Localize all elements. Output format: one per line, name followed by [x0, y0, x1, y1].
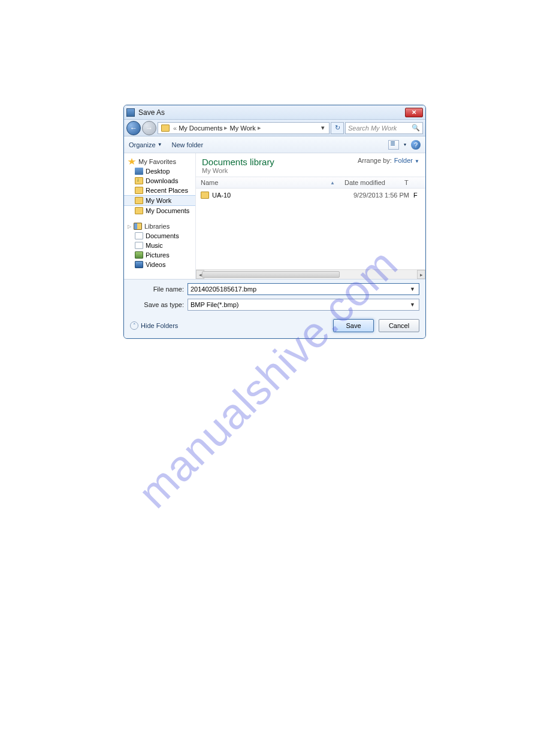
arrange-by-dropdown[interactable]: Folder ▼: [394, 157, 419, 164]
breadcrumb-part[interactable]: My Documents: [179, 125, 222, 132]
videos-icon: [135, 261, 143, 268]
sidebar-item-videos[interactable]: Videos: [124, 260, 195, 269]
breadcrumb[interactable]: « My Documents ▸ My Work ▸ ▾: [158, 122, 330, 134]
folder-icon: [161, 125, 170, 132]
column-headers: Name ▲ Date modified T: [196, 177, 425, 189]
filename-input[interactable]: 20140205185617.bmp ▼: [188, 283, 419, 295]
sidebar-item-recent-places[interactable]: Recent Places: [124, 186, 195, 195]
cancel-button[interactable]: Cancel: [379, 319, 419, 332]
filename-value: 20140205185617.bmp: [191, 286, 256, 293]
sidebar-item-pictures[interactable]: Pictures: [124, 250, 195, 260]
scroll-right-button[interactable]: ▸: [417, 270, 425, 279]
column-type[interactable]: T: [400, 177, 413, 188]
scroll-thumb[interactable]: [202, 271, 340, 278]
folder-icon: [135, 197, 143, 204]
file-list-panel: Documents library My Work Arrange by: Fo…: [196, 153, 425, 279]
sidebar-group-label: Libraries: [144, 223, 170, 230]
arrange-by-value: Folder: [394, 157, 413, 164]
sidebar-item-downloads[interactable]: Downloads: [124, 176, 195, 186]
file-date: 9/29/2013 1:56 PM: [353, 192, 413, 199]
navbar: ← → « My Documents ▸ My Work ▸ ▾ ↻ Searc…: [124, 120, 425, 136]
chevron-right-icon: ▸: [256, 124, 263, 132]
sidebar-item-label: Music: [146, 242, 163, 249]
document-icon: [135, 232, 143, 239]
column-date[interactable]: Date modified: [340, 177, 400, 188]
breadcrumb-part[interactable]: My Work: [229, 125, 255, 132]
search-placeholder: Search My Work: [348, 125, 397, 132]
sidebar-item-label: Documents: [146, 232, 179, 239]
toolbar: Organize ▼ New folder ▾ ?: [124, 136, 425, 153]
sidebar-item-documents[interactable]: Documents: [124, 231, 195, 241]
star-icon: [128, 158, 136, 165]
sidebar: My Favorites Desktop Downloads Recent Pl…: [124, 153, 196, 279]
nav-forward-button[interactable]: →: [142, 121, 156, 135]
breadcrumb-dropdown[interactable]: ▾: [318, 124, 328, 132]
save-as-dialog: Save As ✕ ← → « My Documents ▸ My Work ▸…: [123, 105, 426, 339]
file-type-initial: F: [413, 192, 418, 199]
horizontal-scrollbar[interactable]: ◂ ▸: [196, 269, 425, 279]
nav-back-button[interactable]: ←: [126, 121, 141, 135]
column-label: Name: [201, 179, 218, 186]
library-subtitle: My Work: [202, 167, 274, 174]
dialog-footer: ˄ Hide Folders Save Cancel: [124, 315, 425, 338]
chevron-down-icon: ▼: [158, 142, 162, 147]
sidebar-item-label: Recent Places: [146, 187, 188, 194]
recent-icon: [135, 187, 143, 194]
sidebar-group-label: My Favorites: [138, 158, 176, 165]
dialog-body: My Favorites Desktop Downloads Recent Pl…: [124, 153, 425, 279]
downloads-icon: [135, 177, 143, 184]
help-button[interactable]: ?: [411, 140, 421, 150]
search-input[interactable]: Search My Work 🔍: [345, 122, 423, 134]
libraries-icon: [134, 223, 142, 230]
sidebar-favorites-header[interactable]: My Favorites: [124, 157, 195, 166]
sort-indicator-icon: ▲: [330, 180, 335, 186]
sidebar-item-label: Downloads: [146, 177, 178, 184]
savetype-label: Save as type:: [130, 301, 184, 308]
file-rows: UA-10 9/29/2013 1:56 PM F: [196, 189, 425, 269]
file-name: UA-10: [212, 192, 353, 199]
pictures-icon: [135, 251, 143, 259]
savetype-value: BMP File(*.bmp): [191, 301, 238, 308]
filename-label: File name:: [130, 286, 184, 293]
chevron-down-icon: ▼: [415, 159, 419, 164]
sidebar-libraries-header[interactable]: ▷ Libraries: [124, 221, 195, 231]
sidebar-item-label: My Work: [146, 197, 171, 204]
music-icon: [135, 242, 143, 249]
savetype-dropdown[interactable]: BMP File(*.bmp) ▼: [188, 299, 419, 311]
app-icon: [126, 108, 135, 117]
sidebar-item-label: Videos: [146, 261, 165, 268]
close-button[interactable]: ✕: [405, 108, 423, 117]
library-header: Documents library My Work Arrange by: Fo…: [196, 153, 425, 177]
column-name[interactable]: Name ▲: [196, 177, 340, 188]
sidebar-item-desktop[interactable]: Desktop: [124, 166, 195, 176]
window-title: Save As: [138, 108, 165, 117]
sidebar-item-my-work[interactable]: My Work: [124, 195, 195, 206]
chevron-down-icon: ▷: [128, 224, 131, 229]
sidebar-item-label: Pictures: [146, 251, 170, 259]
arrange-by-label: Arrange by:: [358, 157, 392, 164]
view-options-button[interactable]: [388, 140, 399, 150]
organize-label: Organize: [129, 141, 156, 148]
library-title: Documents library: [202, 157, 274, 167]
chevron-down-icon[interactable]: ▾: [404, 142, 406, 147]
save-button[interactable]: Save: [333, 319, 374, 332]
titlebar: Save As ✕: [124, 105, 425, 120]
organize-menu[interactable]: Organize ▼: [129, 141, 162, 148]
new-folder-button[interactable]: New folder: [172, 141, 204, 148]
file-row[interactable]: UA-10 9/29/2013 1:56 PM F: [196, 190, 425, 201]
hide-folders-label: Hide Folders: [141, 322, 178, 329]
chevron-up-icon: ˄: [130, 321, 138, 330]
hide-folders-toggle[interactable]: ˄ Hide Folders: [130, 321, 178, 330]
chevron-down-icon[interactable]: ▼: [409, 302, 416, 308]
refresh-button[interactable]: ↻: [331, 122, 344, 134]
sidebar-item-music[interactable]: Music: [124, 241, 195, 250]
desktop-icon: [135, 168, 143, 175]
search-icon[interactable]: 🔍: [412, 124, 420, 132]
sidebar-item-my-documents[interactable]: My Documents: [124, 206, 195, 215]
sidebar-item-label: Desktop: [146, 168, 170, 175]
folder-icon: [201, 192, 209, 199]
chevron-down-icon[interactable]: ▼: [409, 286, 416, 292]
save-fields: File name: 20140205185617.bmp ▼ Save as …: [124, 279, 425, 315]
breadcrumb-root-chevron: «: [171, 125, 179, 132]
folder-icon: [135, 207, 143, 214]
